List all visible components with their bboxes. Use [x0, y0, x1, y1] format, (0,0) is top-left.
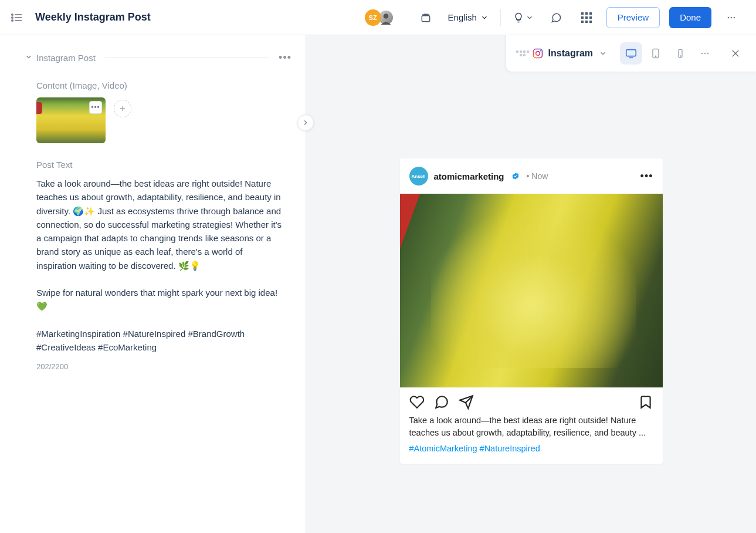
preview-button[interactable]: Preview	[606, 7, 660, 28]
svg-rect-7	[422, 15, 429, 21]
archive-icon[interactable]	[415, 7, 436, 28]
header-bar: Weekly Instagram Post SZ English Preview…	[0, 0, 756, 35]
desktop-view-button[interactable]	[620, 42, 642, 65]
svg-point-6	[383, 14, 388, 19]
comment-action-icon[interactable]	[434, 394, 449, 410]
svg-point-26	[655, 56, 656, 56]
add-media-button[interactable]: +	[114, 100, 131, 117]
hints-dropdown[interactable]	[510, 9, 536, 26]
svg-rect-10	[589, 12, 592, 15]
svg-point-2	[12, 16, 13, 18]
preview-toolbar: Instagram	[506, 35, 756, 72]
ig-caption: Take a look around—the best ideas are ri…	[400, 414, 663, 444]
svg-rect-11	[581, 16, 584, 19]
post-text-area[interactable]: Take a look around—the best ideas are ri…	[36, 177, 282, 354]
svg-point-17	[728, 16, 730, 18]
share-icon[interactable]	[459, 394, 474, 410]
svg-point-30	[704, 53, 706, 55]
ig-hashtags: #AtomicMarketing #NatureInspired	[400, 444, 663, 464]
close-preview-icon[interactable]	[724, 42, 747, 65]
instagram-preview-card: Ansell atomicmarketing • Now •••	[400, 158, 663, 464]
character-count: 202/2200	[36, 362, 282, 371]
ig-action-bar	[400, 387, 663, 414]
verified-badge-icon	[511, 172, 520, 180]
collapse-section-icon[interactable]	[25, 53, 33, 61]
apps-grid-icon[interactable]	[576, 7, 597, 28]
avatar-group[interactable]: SZ	[365, 9, 394, 26]
post-text-label: Post Text	[36, 160, 282, 170]
svg-point-31	[707, 53, 709, 55]
svg-point-4	[12, 19, 13, 21]
done-button[interactable]: Done	[669, 7, 711, 28]
svg-rect-9	[585, 12, 588, 15]
menu-icon[interactable]	[7, 8, 26, 27]
section-header: Instagram Post •••	[0, 52, 306, 64]
language-selector[interactable]: English	[446, 12, 491, 22]
ig-card-header: Ansell atomicmarketing • Now •••	[400, 158, 663, 194]
thumbnail-more-icon[interactable]: •••	[89, 101, 102, 114]
mobile-view-button[interactable]	[669, 42, 691, 65]
section-label: Instagram Post	[36, 53, 96, 63]
editor-panel: Instagram Post ••• Content (Image, Video…	[0, 35, 306, 533]
svg-rect-12	[585, 16, 588, 19]
hashtag-link[interactable]: #NatureInspired	[480, 444, 540, 453]
ig-avatar[interactable]: Ansell	[409, 167, 428, 185]
bookmark-icon[interactable]	[638, 394, 653, 410]
language-label: English	[448, 12, 477, 22]
preview-more-icon[interactable]	[694, 42, 716, 65]
section-divider	[105, 58, 269, 58]
comment-icon[interactable]	[545, 7, 567, 28]
ig-post-image[interactable]	[400, 194, 663, 387]
svg-point-29	[701, 53, 703, 55]
svg-point-21	[535, 52, 540, 56]
like-icon[interactable]	[409, 394, 425, 410]
preview-panel: Instagram Ansell atomic	[306, 35, 756, 533]
avatar-user-sz[interactable]: SZ	[365, 9, 381, 26]
tablet-view-button[interactable]	[645, 42, 667, 65]
svg-rect-16	[589, 21, 592, 23]
drag-handle-icon[interactable]	[516, 50, 530, 56]
svg-point-0	[12, 14, 13, 15]
page-title: Weekly Instagram Post	[35, 11, 151, 23]
svg-rect-23	[626, 50, 636, 56]
platform-chevron-icon[interactable]	[599, 49, 607, 58]
media-thumbnail[interactable]: •••	[36, 97, 106, 143]
panel-collapse-handle[interactable]	[297, 114, 314, 131]
svg-rect-8	[581, 12, 584, 15]
svg-rect-15	[585, 21, 588, 23]
ig-username[interactable]: atomicmarketing	[434, 171, 504, 181]
svg-rect-13	[589, 16, 592, 19]
content-label: Content (Image, Video)	[36, 80, 282, 90]
svg-point-28	[680, 56, 680, 56]
header-more-icon[interactable]	[721, 7, 742, 28]
platform-label[interactable]: Instagram	[548, 48, 593, 59]
svg-point-22	[540, 50, 541, 51]
divider	[500, 9, 501, 26]
svg-point-18	[731, 16, 733, 18]
ig-post-more-icon[interactable]: •••	[640, 170, 653, 183]
instagram-logo-icon	[532, 48, 544, 59]
svg-point-19	[734, 16, 735, 18]
hashtag-link[interactable]: #AtomicMarketing	[409, 444, 477, 453]
ig-timestamp: • Now	[527, 171, 548, 181]
svg-rect-14	[581, 21, 584, 23]
section-more-icon[interactable]: •••	[279, 52, 291, 64]
